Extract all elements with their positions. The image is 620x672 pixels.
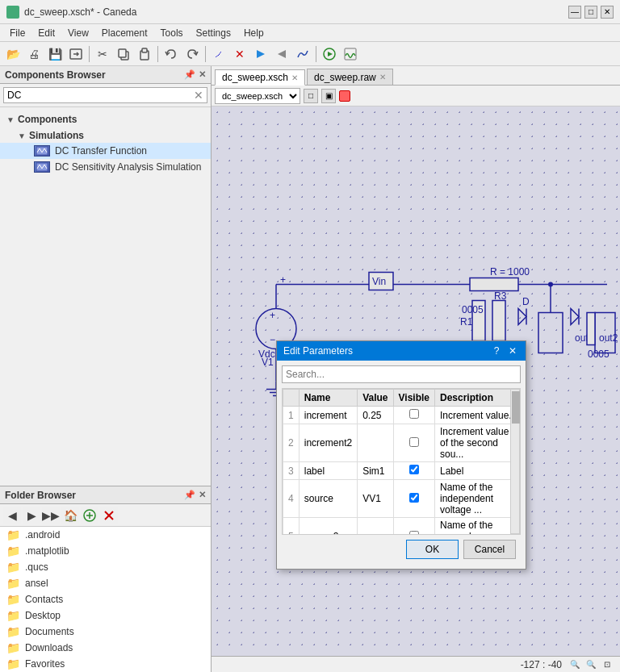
params-table-scroll[interactable]: Name Value Visible Description (283, 389, 520, 534)
schema-toolbar: dc_sweep.xsch □ ▣ (212, 86, 620, 106)
param-name: increment2 (299, 424, 357, 462)
schema-btn-1[interactable]: □ (304, 89, 318, 103)
folder-browser-close[interactable]: ✕ (199, 490, 206, 500)
waveform-button[interactable] (341, 44, 360, 64)
list-item[interactable]: 📁 .qucs (0, 559, 211, 575)
schema-btn-red[interactable] (339, 90, 350, 102)
row-num: 3 (283, 462, 300, 480)
menu-view[interactable]: View (61, 26, 95, 40)
folder-nav-home[interactable]: 🏠 (61, 507, 79, 524)
components-browser-controls: 📌 ✕ (184, 69, 206, 80)
save-button[interactable]: 💾 (45, 44, 65, 64)
simulate-button[interactable] (293, 44, 312, 64)
params-table: Name Value Visible Description (283, 389, 520, 534)
list-item[interactable]: 📁 Desktop (0, 607, 211, 624)
param-visible-check[interactable] (409, 465, 419, 474)
schema-file-select[interactable]: dc_sweep.xsch (215, 88, 300, 104)
components-node: ▼ Components ▼ Simulations (0, 111, 211, 178)
tab-dc-sweep-raw[interactable]: dc_sweep.raw ✕ (307, 69, 393, 85)
folder-browser: Folder Browser 📌 ✕ ◀ ▶ ▶▶ 🏠 (0, 486, 211, 672)
tab-close-raw[interactable]: ✕ (379, 73, 386, 81)
tree-item-dc-sensitivity[interactable]: DC Sensitivity Analysis Simulation (0, 159, 211, 175)
draw-wire-button[interactable]: ⟋ (209, 44, 228, 64)
list-item[interactable]: 📁 Favorites (0, 656, 211, 672)
play-button[interactable] (320, 44, 339, 64)
folder-browser-pin[interactable]: 📌 (184, 490, 195, 500)
folder-nav-forward2[interactable]: ▶▶ (42, 507, 60, 524)
param-visible-check[interactable] (409, 409, 419, 419)
components-search-input[interactable] (7, 90, 194, 101)
param-visible-check[interactable] (409, 531, 419, 535)
params-scrollbar-thumb[interactable] (512, 391, 520, 424)
dc-transfer-label: DC Transfer Function (55, 145, 147, 157)
menu-edit[interactable]: Edit (31, 26, 61, 40)
folder-delete[interactable] (100, 507, 118, 524)
dialog-cancel-button[interactable]: Cancel (463, 540, 516, 559)
folder-icon: 📁 (6, 528, 20, 541)
components-expand[interactable]: ▼ Components (0, 112, 211, 127)
undo-button[interactable] (161, 44, 181, 64)
tree-item-dc-transfer[interactable]: DC Transfer Function (0, 143, 211, 159)
param-value: Sim1 (358, 462, 393, 480)
folder-icon: 📁 (6, 641, 20, 654)
simulations-expand[interactable]: ▼ Simulations (0, 128, 211, 143)
folder-item-label: Documents (25, 626, 74, 637)
param-desc: Name of the independent voltage ... (434, 480, 519, 518)
dialog-search-input[interactable] (282, 365, 521, 383)
dialog-ok-button[interactable]: OK (406, 540, 459, 559)
zoom-in-button[interactable]: 🔍 (584, 658, 597, 671)
close-window-button[interactable]: ✕ (601, 6, 614, 19)
params-scrollbar[interactable] (510, 389, 520, 534)
list-item[interactable]: 📁 ansel (0, 575, 211, 591)
components-tree: ▼ Components ▼ Simulations (0, 107, 211, 486)
folder-icon: 📁 (6, 593, 20, 606)
redo-button[interactable] (182, 44, 202, 64)
dialog-body: Name Value Visible Description (277, 361, 526, 569)
folder-add[interactable] (81, 507, 98, 524)
param-visible-check[interactable] (409, 493, 419, 503)
folder-browser-controls: 📌 ✕ (184, 490, 206, 500)
components-browser-close[interactable]: ✕ (199, 69, 206, 80)
menu-settings[interactable]: Settings (190, 26, 237, 40)
maximize-button[interactable]: □ (584, 6, 597, 19)
run-ac-button[interactable] (272, 44, 291, 64)
search-clear-button[interactable]: ✕ (194, 89, 203, 102)
paste-button[interactable] (135, 44, 154, 64)
cut-button[interactable]: ✂ (93, 44, 112, 64)
run-dc-button[interactable] (251, 44, 270, 64)
list-item[interactable]: 📁 .android (0, 527, 211, 543)
print-button[interactable]: 🖨 (24, 44, 44, 64)
list-item[interactable]: 📁 Documents (0, 624, 211, 640)
list-item[interactable]: 📁 .matplotlib (0, 543, 211, 559)
param-value: VV1 (358, 480, 393, 518)
app-icon (6, 6, 19, 19)
col-visible: Visible (393, 390, 434, 407)
menu-bar: File Edit View Placement Tools Settings … (0, 24, 620, 42)
col-description: Description (434, 390, 519, 407)
tab-label-raw: dc_sweep.raw (314, 72, 376, 83)
dialog-help-button[interactable]: ? (490, 344, 503, 357)
minimize-button[interactable]: — (568, 6, 581, 19)
list-item[interactable]: 📁 Downloads (0, 640, 211, 656)
param-name: increment (299, 407, 357, 424)
copy-button[interactable] (114, 44, 133, 64)
menu-file[interactable]: File (3, 26, 31, 40)
schema-btn-2[interactable]: ▣ (321, 89, 336, 103)
schematic-canvas[interactable]: + − Vdc = 5 V1 Vin (212, 106, 620, 656)
export-button[interactable] (66, 44, 86, 64)
open-button[interactable]: 📂 (3, 44, 23, 64)
zoom-fit-button[interactable]: ⊡ (601, 658, 614, 671)
param-visible-check[interactable] (409, 437, 419, 447)
tab-close-xsch[interactable]: ✕ (291, 73, 298, 82)
stop-button[interactable]: ✕ (230, 44, 249, 64)
list-item[interactable]: 📁 Contacts (0, 591, 211, 607)
menu-help[interactable]: Help (237, 26, 270, 40)
menu-tools[interactable]: Tools (154, 26, 190, 40)
zoom-out-button[interactable]: 🔍 (568, 658, 581, 671)
components-browser-pin[interactable]: 📌 (184, 69, 195, 80)
menu-placement[interactable]: Placement (95, 26, 154, 40)
dialog-close-button[interactable]: ✕ (506, 344, 519, 357)
folder-nav-back[interactable]: ◀ (3, 507, 21, 524)
tab-dc-sweep-xsch[interactable]: dc_sweep.xsch ✕ (215, 69, 305, 86)
folder-nav-forward[interactable]: ▶ (23, 507, 40, 524)
